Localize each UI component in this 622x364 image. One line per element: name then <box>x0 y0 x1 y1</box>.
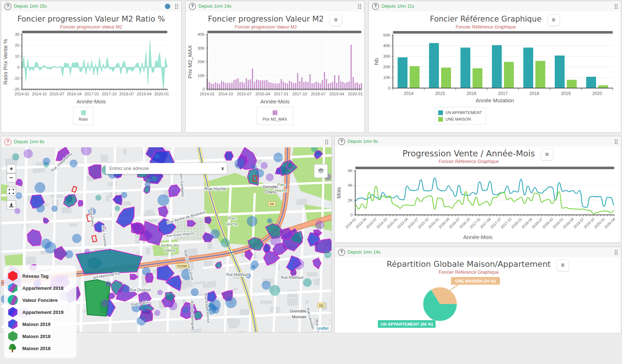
chart-menu-button[interactable]: ≡ <box>557 259 569 271</box>
svg-text:2019-10: 2019-10 <box>583 217 595 229</box>
blue-dot-indicator[interactable] <box>165 4 170 9</box>
chart-title: Foncier Référence Graphique <box>430 14 541 24</box>
prix-bar-chart[interactable]: 010K20K30K40K2014-012014-102015-072016-0… <box>186 30 364 99</box>
svg-text:2015-07: 2015-07 <box>49 92 64 96</box>
drag-handle-icon[interactable] <box>175 4 178 9</box>
zoom-out-button[interactable]: − <box>7 173 16 182</box>
svg-text:2017-04: 2017-04 <box>479 217 492 229</box>
chart-subtitle: Foncier progression Valeur M2 <box>208 24 324 30</box>
drag-handle-icon[interactable] <box>358 4 361 9</box>
map-label: Parc <box>277 182 286 187</box>
map-legend-item[interactable]: Appartement 2018 <box>8 283 73 293</box>
fullscreen-icon <box>9 189 14 194</box>
panel-ratio-header: ? Depuis 1mn 15s <box>1 1 181 11</box>
zoom-in-button[interactable]: + <box>7 164 16 173</box>
hex-grad-a-icon <box>8 283 18 293</box>
chart-menu-button[interactable]: ≡ <box>541 149 553 160</box>
svg-text:0: 0 <box>350 213 353 217</box>
map-label: Rue Hoche <box>204 186 226 192</box>
legend-entry[interactable]: UN APPARTEMENT <box>438 110 482 115</box>
drag-handle-icon[interactable] <box>325 140 328 144</box>
map-label: Jardins des <box>160 243 179 247</box>
svg-text:2018-04: 2018-04 <box>521 217 533 229</box>
map-label: Monnier <box>292 315 307 319</box>
svg-text:2014: 2014 <box>404 91 414 96</box>
chart-subtitle: Foncier Référence Graphique <box>430 24 541 30</box>
svg-text:2016-04: 2016-04 <box>67 92 81 96</box>
x-axis-title: Année-Mois <box>186 98 364 105</box>
svg-text:2020-01: 2020-01 <box>593 217 606 229</box>
close-icon[interactable]: x <box>218 166 227 171</box>
svg-text:2017-01: 2017-01 <box>469 217 481 229</box>
address-search-input[interactable] <box>106 166 218 171</box>
chart-subtitle: Foncier Référence Graphique <box>402 159 535 164</box>
fullscreen-button[interactable] <box>7 187 16 196</box>
map-legend-item[interactable]: Maiosn 2019 <box>8 319 73 329</box>
svg-text:2017-10: 2017-10 <box>292 92 307 96</box>
svg-text:20K: 20K <box>197 60 205 64</box>
svg-text:-20: -20 <box>14 87 19 91</box>
chart-legend[interactable]: UN APPARTEMENTUNE MAISON <box>435 107 486 125</box>
drag-handle-icon[interactable] <box>615 250 618 255</box>
help-icon[interactable]: ? <box>338 249 345 256</box>
map-legend-item[interactable]: Réseau Tag <box>8 271 73 281</box>
legend-label: Ratio <box>79 117 88 121</box>
drag-handle-icon[interactable] <box>615 139 618 144</box>
panel-valeur-header: ? Depuis 1mn 14s <box>186 1 364 11</box>
circ-grad-icon <box>8 295 18 305</box>
svg-text:Ratio Prix Vente %: Ratio Prix Vente % <box>2 39 8 84</box>
svg-text:2018-01: 2018-01 <box>510 217 523 229</box>
help-icon[interactable]: ? <box>4 139 11 145</box>
progression-line-chart[interactable]: 02K4K6K2014-012014-042014-072014-102015-… <box>335 166 622 233</box>
drag-handle-icon[interactable] <box>615 4 618 9</box>
svg-text:2020-01: 2020-01 <box>348 92 363 96</box>
status-text: Depuis 1mn 9s <box>348 139 378 144</box>
help-icon[interactable]: ? <box>372 3 379 10</box>
svg-text:2015-04: 2015-04 <box>396 217 409 229</box>
map-legend-item[interactable]: Maiosn 2018 <box>8 331 73 341</box>
download-button[interactable] <box>7 200 16 209</box>
svg-text:30: 30 <box>15 32 19 37</box>
panel-repartition: ? Depuis 1mn 14s Répartition Globale Mai… <box>334 247 621 333</box>
hex-green-icon <box>8 331 18 341</box>
chart-legend[interactable]: Ratio <box>73 107 94 125</box>
status-text: Depuis 1mn 6s <box>14 139 44 144</box>
chart-legend[interactable]: Prix M2_MAX <box>257 107 293 125</box>
legend-entry[interactable]: UNE MAISON <box>438 117 471 122</box>
help-icon[interactable]: ? <box>4 3 11 10</box>
hex-red-icon <box>8 271 18 281</box>
svg-text:4K: 4K <box>348 183 353 187</box>
map-label: Parc <box>228 216 237 220</box>
ratio-area-chart[interactable]: -20-1001020302014-012014-102015-072016-0… <box>2 30 181 99</box>
map-label: Rue Duployé <box>130 288 151 292</box>
reference-grouped-bar-chart[interactable]: 2014201520162017201820192020010K20K30K40… <box>369 30 621 98</box>
layers-control-button[interactable] <box>314 164 328 178</box>
map-label: Hoche <box>226 222 238 226</box>
svg-text:20: 20 <box>15 43 19 48</box>
legend-label: UNE MAISON <box>445 117 471 121</box>
svg-text:2014-10: 2014-10 <box>376 217 388 229</box>
repartition-pie-chart[interactable]: UNE MAISON (34 %)UN APPARTEMENT (66 %) <box>335 276 622 331</box>
svg-text:Prix M2_MAX: Prix M2_MAX <box>187 45 193 79</box>
map-attribution[interactable]: Leaflet <box>315 326 330 331</box>
svg-text:2017-01: 2017-01 <box>84 92 99 96</box>
map-legend-item[interactable]: Appartement 2019 <box>8 307 73 317</box>
map-legend-label: Maiosn 2019 <box>22 322 50 327</box>
svg-text:50K: 50K <box>383 33 390 37</box>
map-label: Rue Mallifaud <box>226 273 249 277</box>
panel-progression: ? Depuis 1mn 9s Progression Vente / Anné… <box>334 136 621 243</box>
chart-subtitle: Foncier progression Valeur M2 <box>17 24 165 30</box>
help-icon[interactable]: ? <box>338 138 345 145</box>
chart-menu-button[interactable]: ≡ <box>330 14 342 26</box>
help-icon[interactable]: ? <box>189 3 196 10</box>
map-legend-item[interactable]: Valeur Foncière <box>8 295 73 305</box>
svg-text:2K: 2K <box>348 198 353 202</box>
svg-text:2017: 2017 <box>498 91 508 96</box>
svg-text:2019-04: 2019-04 <box>329 92 344 96</box>
svg-text:2014-07: 2014-07 <box>365 217 378 229</box>
map-legend-item[interactable]: Maiosn 2018 <box>8 343 73 353</box>
title-row: Répartition Globale Maison/Appartement F… <box>335 259 621 275</box>
chart-menu-button[interactable]: ≡ <box>547 14 560 26</box>
map-label: Rue Mallifaud <box>281 276 303 280</box>
svg-text:2018-10: 2018-10 <box>542 217 554 229</box>
